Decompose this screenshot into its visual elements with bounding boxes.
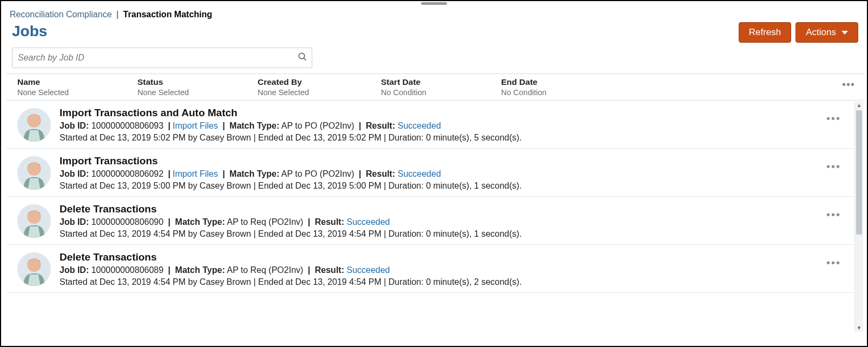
match-type-value: AP to Req (PO2Inv) (227, 217, 303, 226)
scrollbar-down-icon[interactable]: ▼ (855, 324, 863, 332)
scrollbar[interactable]: ▲ ▼ (854, 102, 863, 332)
import-files-link[interactable]: Import Files (173, 169, 218, 178)
svg-point-7 (27, 210, 41, 224)
job-id-value: 100000000806089 (91, 265, 163, 275)
import-files-link[interactable]: Import Files (173, 121, 218, 130)
avatar (17, 156, 51, 190)
job-meta: Job ID: 100000000806090 | Match Type: AP… (60, 217, 846, 227)
avatar (17, 108, 51, 142)
filter-name[interactable]: Name None Selected (17, 77, 137, 97)
filter-created-by[interactable]: Created By None Selected (258, 77, 381, 97)
match-type-value: AP to Req (PO2Inv) (227, 265, 303, 275)
drag-handle[interactable] (421, 2, 447, 5)
job-id-value: 100000000806092 (91, 169, 163, 178)
match-type-value: AP to PO (PO2Inv) (281, 169, 354, 178)
page-title: Jobs (12, 23, 47, 40)
chevron-down-icon (841, 31, 848, 35)
filters-more-icon[interactable]: ••• (842, 78, 855, 91)
job-meta: Job ID: 100000000806092 |Import Files | … (60, 169, 846, 179)
refresh-button-label: Refresh (749, 27, 781, 38)
refresh-button[interactable]: Refresh (739, 22, 792, 43)
job-row[interactable]: Delete Transactions Job ID: 100000000806… (6, 197, 853, 245)
svg-point-0 (299, 53, 305, 59)
job-id-value: 100000000806090 (91, 217, 163, 226)
match-type-value: AP to PO (PO2Inv) (281, 121, 354, 130)
svg-line-1 (304, 58, 306, 61)
scrollbar-thumb[interactable] (856, 110, 862, 235)
job-row[interactable]: Import Transactions Job ID: 100000000806… (6, 149, 853, 197)
row-more-icon[interactable]: ••• (826, 112, 841, 125)
job-row[interactable]: Delete Transactions Job ID: 100000000806… (6, 245, 853, 293)
avatar (17, 252, 51, 286)
job-title: Delete Transactions (60, 251, 846, 263)
svg-point-9 (27, 258, 41, 272)
jobs-list: Import Transactions and Auto Match Job I… (6, 101, 853, 334)
result-link[interactable]: Succeeded (346, 265, 390, 275)
result-link[interactable]: Succeeded (346, 217, 390, 226)
breadcrumb-current: Transaction Matching (123, 10, 212, 19)
filter-status[interactable]: Status None Selected (137, 77, 258, 97)
result-link[interactable]: Succeeded (398, 169, 441, 178)
job-title: Delete Transactions (60, 203, 846, 215)
filters-bar: Name None Selected Status None Selected … (6, 74, 865, 101)
actions-button-label: Actions (806, 27, 836, 38)
row-more-icon[interactable]: ••• (826, 257, 841, 269)
job-meta: Job ID: 100000000806089 | Match Type: AP… (60, 265, 846, 275)
svg-point-3 (27, 114, 41, 128)
filter-start-date[interactable]: Start Date No Condition (381, 77, 501, 97)
job-meta: Job ID: 100000000806093 |Import Files | … (60, 121, 846, 131)
job-timing: Started at Dec 13, 2019 4:54 PM by Casey… (60, 229, 846, 239)
row-more-icon[interactable]: ••• (826, 209, 841, 221)
svg-point-5 (27, 162, 41, 176)
app-window: Reconciliation Compliance | Transaction … (0, 0, 868, 347)
search-box (12, 48, 312, 68)
job-title: Import Transactions and Auto Match (60, 107, 846, 119)
row-more-icon[interactable]: ••• (826, 161, 841, 173)
breadcrumb: Reconciliation Compliance | Transaction … (6, 10, 865, 19)
actions-button[interactable]: Actions (795, 22, 858, 43)
breadcrumb-link-reconciliation[interactable]: Reconciliation Compliance (10, 10, 112, 19)
job-timing: Started at Dec 13, 2019 5:02 PM by Casey… (60, 133, 846, 143)
search-input[interactable] (17, 48, 298, 68)
avatar (17, 204, 51, 238)
job-timing: Started at Dec 13, 2019 4:54 PM by Casey… (60, 277, 846, 287)
search-icon[interactable] (298, 52, 307, 64)
job-timing: Started at Dec 13, 2019 5:00 PM by Casey… (60, 181, 846, 191)
job-id-value: 100000000806093 (91, 121, 163, 130)
job-row[interactable]: Import Transactions and Auto Match Job I… (6, 101, 853, 149)
filter-end-date[interactable]: End Date No Condition (501, 77, 865, 97)
job-title: Import Transactions (60, 155, 846, 167)
scrollbar-up-icon[interactable]: ▲ (855, 102, 863, 109)
breadcrumb-separator: | (116, 10, 119, 19)
result-link[interactable]: Succeeded (398, 121, 441, 130)
